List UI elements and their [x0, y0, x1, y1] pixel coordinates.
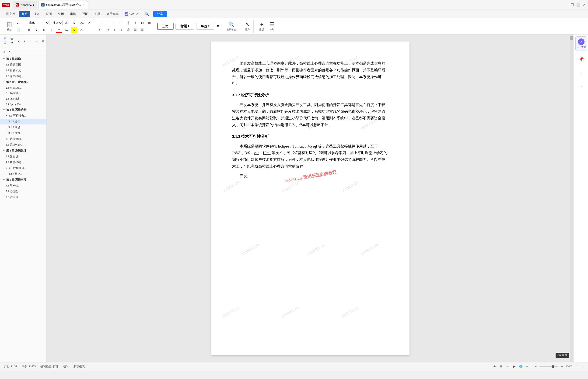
- share-button[interactable]: 分享: [153, 11, 167, 17]
- toc-ch3-1-3[interactable]: 3.1.3 技术...: [0, 130, 46, 136]
- fullscreen-button[interactable]: ⤡: [582, 365, 584, 368]
- style-h1-button[interactable]: 标题 1: [175, 23, 194, 30]
- para-mark[interactable]: ¶: [118, 27, 124, 33]
- align-center[interactable]: ≡: [104, 20, 110, 26]
- tab-find-template[interactable]: W 找稿壳模板: [13, 1, 37, 9]
- font-family-selector[interactable]: 宋体: [26, 20, 50, 26]
- toc-ch5-3[interactable]: 5.3 讲座信...: [0, 194, 46, 200]
- sort-btn[interactable]: ↕: [111, 27, 117, 33]
- toc-ch3-1[interactable]: ▼ 3.1 可行性分...: [0, 113, 46, 119]
- multilevel-btn[interactable]: ☰: [139, 27, 145, 33]
- menu-wps-ai[interactable]: AI WPS AI: [122, 11, 142, 17]
- toc-ch5-1[interactable]: 5.1 用户信...: [0, 183, 46, 189]
- border-btn[interactable]: ⊞: [146, 20, 152, 26]
- font-color-button[interactable]: A: [56, 27, 62, 33]
- format-painter-button[interactable]: 🖌: [15, 20, 21, 26]
- menu-start[interactable]: 开始: [19, 11, 30, 17]
- bold-button[interactable]: B: [26, 27, 32, 33]
- numbering-btn[interactable]: ①: [125, 27, 131, 33]
- sidebar-down-button[interactable]: ▼: [22, 39, 27, 44]
- sidebar-up-button[interactable]: ▲: [16, 39, 21, 44]
- toc-ch1[interactable]: ▼ 第 1 章 绪论: [0, 56, 46, 62]
- toc-ch5[interactable]: ▼ 第 5 章 系统实现: [0, 177, 46, 183]
- align-justify[interactable]: ≡: [118, 20, 124, 26]
- toc-ch1-1[interactable]: 1.1 选题动因: [0, 62, 46, 68]
- sidebar-add-button[interactable]: +: [29, 39, 33, 44]
- document-area[interactable]: code51.cn code51.cn code51.cn code51.cn …: [47, 34, 574, 362]
- menu-reference[interactable]: 引用: [55, 11, 67, 17]
- sidebar-tab-chapter[interactable]: 章节: [10, 37, 15, 46]
- menu-insert[interactable]: 插入: [31, 11, 42, 17]
- view-pen-btn[interactable]: ✏: [525, 364, 530, 369]
- essay-check-button[interactable]: ✓ 论文查重: [575, 36, 587, 51]
- toc-ch2-2[interactable]: 2.2 Tomcat ...: [0, 90, 46, 96]
- menu-tools[interactable]: 工具: [91, 11, 103, 17]
- view-outline-btn[interactable]: ≡: [505, 364, 510, 369]
- right-panel-btn-3[interactable]: ↕: [577, 81, 586, 90]
- font-size-decrease[interactable]: A-: [71, 20, 77, 26]
- nav-down-arrow[interactable]: ▼: [7, 49, 12, 54]
- row-arrange-button[interactable]: ☰ 排列: [267, 20, 276, 33]
- font-size-selector[interactable]: 小四: [51, 20, 63, 26]
- layout-sort-button[interactable]: ⊞ 排版: [257, 20, 266, 33]
- toc-ch1-2[interactable]: 1.2 目的和意...: [0, 68, 46, 73]
- menu-page[interactable]: 页面: [43, 11, 55, 17]
- toc-ch3-2[interactable]: 3.2 系统流程...: [0, 136, 46, 142]
- toc-ch4[interactable]: ▼ 第 4 章 系统设计: [0, 148, 46, 154]
- line-spacing[interactable]: ↕: [132, 20, 138, 26]
- tab-document[interactable]: W SpringBoot510基于java的心... ✕: [38, 1, 88, 9]
- indent-left[interactable]: ⇤: [97, 27, 103, 33]
- toc-ch4-2[interactable]: 4.2 功能结构...: [0, 159, 46, 165]
- sidebar-close-button[interactable]: ✕: [41, 39, 45, 44]
- toc-ch3-1-2[interactable]: 3.1.2 经济...: [0, 125, 46, 130]
- align-left[interactable]: ≡: [97, 20, 103, 26]
- styles-more-button[interactable]: ▼: [216, 24, 220, 29]
- tab-close-button[interactable]: ✕: [83, 3, 85, 6]
- strikethrough-button[interactable]: S̶: [49, 27, 55, 33]
- font-size-increase[interactable]: A+: [64, 20, 70, 26]
- indent-right[interactable]: ⇥: [104, 27, 110, 33]
- menu-file[interactable]: ☰ 文件: [3, 11, 18, 17]
- right-panel-btn-2[interactable]: ↕: [577, 68, 586, 77]
- toc-ch4-3-2[interactable]: 4.3.2 数据...: [0, 171, 46, 177]
- toc-ch3[interactable]: ▼ 第 3 章 系统分析: [0, 107, 46, 113]
- menu-review[interactable]: 审阅: [67, 11, 79, 17]
- zoom-in-button[interactable]: +: [559, 364, 564, 369]
- view-layout-btn[interactable]: ⊞: [499, 364, 504, 369]
- search-icon[interactable]: 🔍: [144, 12, 149, 16]
- toc-ch2[interactable]: ▼ 第 2 章 开发环境...: [0, 79, 46, 85]
- spell-check[interactable]: 拼写检查: 打开: [40, 364, 59, 368]
- col-layout[interactable]: ⣿: [125, 20, 131, 26]
- find-replace-button[interactable]: 🔍 查找替换: [225, 20, 238, 33]
- menu-view[interactable]: 视图: [79, 11, 91, 17]
- clear-format-button[interactable]: ✗: [86, 20, 92, 26]
- view-normal-btn[interactable]: 👁: [492, 364, 497, 369]
- restore-button[interactable]: ❐: [570, 3, 574, 7]
- align-right[interactable]: ≡: [111, 20, 117, 26]
- toc-ch3-3[interactable]: 3.3 系统性能...: [0, 142, 46, 148]
- fit-width-button[interactable]: ⤢: [576, 365, 578, 368]
- maximize-button[interactable]: ⬜: [576, 3, 580, 7]
- sidebar-tab-toc[interactable]: 目录: [3, 36, 8, 46]
- toc-ch2-4[interactable]: 2.4 SpringBo...: [0, 102, 46, 107]
- menu-member[interactable]: 会员专享: [104, 11, 121, 17]
- toc-ch3-1-1[interactable]: 3.1.1 操作...: [0, 119, 46, 125]
- toc-ch4-3[interactable]: ▼ 4.3 数据库设...: [0, 165, 46, 171]
- copy-button[interactable]: 📄: [15, 27, 21, 33]
- list-btn[interactable]: ☰: [132, 27, 138, 33]
- font-case-button[interactable]: Aa: [79, 20, 85, 26]
- font-bg-button[interactable]: A: [78, 27, 84, 33]
- toc-ch5-2[interactable]: 5.2 心理医...: [0, 189, 46, 194]
- new-tab-button[interactable]: +: [89, 3, 95, 7]
- sidebar-minus-button[interactable]: −: [34, 39, 39, 44]
- zoom-slider[interactable]: [539, 366, 558, 367]
- underline-button[interactable]: U: [41, 27, 47, 33]
- toc-ch2-1[interactable]: 2.1 MYSQL ...: [0, 85, 46, 90]
- subscript-button[interactable]: X₂: [64, 27, 69, 33]
- paste-button[interactable]: 📋 粘贴: [4, 20, 14, 33]
- language-badge[interactable]: CH ⌘ 简: [555, 353, 569, 358]
- zoom-out-button[interactable]: −: [533, 364, 538, 369]
- italic-button[interactable]: I: [34, 27, 40, 33]
- toc-ch2-3[interactable]: 2.3 vue 技术: [0, 96, 46, 102]
- toc-ch1-3[interactable]: 1.3 论文结构...: [0, 73, 46, 79]
